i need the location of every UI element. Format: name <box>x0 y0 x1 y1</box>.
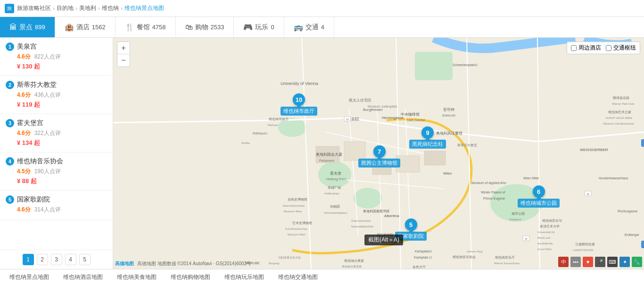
page-btn-1[interactable]: 1 <box>23 254 34 265</box>
breadcrumb-dest[interactable]: 目的地 <box>57 4 74 12</box>
poi-list: 1 美泉宫 4.6分 822人点评 ¥ 130 起 2 斯蒂芬大教堂 4.6分 … <box>0 38 113 250</box>
toolbar-icon-7[interactable]: 🔧 <box>632 257 642 267</box>
svg-text:中央咖啡馆: 中央咖啡馆 <box>401 112 420 117</box>
svg-text:奥地利国家图书馆: 奥地利国家图书馆 <box>363 210 389 213</box>
svg-text:Kunst Wien: Kunst Wien <box>537 248 552 251</box>
pin-bubble-9: 9 <box>421 126 434 139</box>
legend-hotel-checkbox[interactable] <box>571 45 577 51</box>
svg-text:Wiener Konzerthaus: Wiener Konzerthaus <box>494 262 520 265</box>
legend-transport-label: 交通枢纽 <box>613 44 636 52</box>
svg-text:Museum Wien: Museum Wien <box>288 233 305 236</box>
toolbar-icon-5[interactable]: ⌨ <box>607 257 618 267</box>
toolbar-icon-3[interactable]: ♥ <box>583 257 593 267</box>
svg-text:KarlsplatzU: KarlsplatzU <box>415 250 432 253</box>
svg-text:艺术史博物馆: 艺术史博物馆 <box>292 221 312 225</box>
footer-link-transport[interactable]: 维也纳交通地图 <box>278 273 318 281</box>
footer-link-hotels[interactable]: 维也纳酒店地图 <box>63 273 103 281</box>
page-btn-5[interactable]: 5 <box>79 254 91 265</box>
svg-text:城市公园: 城市公园 <box>511 212 525 215</box>
legend-transport-checkbox[interactable] <box>606 45 611 51</box>
poi-reviews-2: 436人点评 <box>34 91 61 99</box>
svg-text:Musik und: Musik und <box>537 236 550 239</box>
footer: 维也纳景点地图 维也纳酒店地图 维也纳美食地图 维也纳购物地图 维也纳玩乐地图 … <box>0 269 644 285</box>
svg-text:Museum of Applied Arts: Museum of Applied Arts <box>471 181 506 185</box>
map-pin-6[interactable]: 6 维也纳城市公园 <box>518 185 560 208</box>
restaurants-icon: 🍴 <box>125 23 134 32</box>
breadcrumb-country[interactable]: 美地利 <box>79 4 96 12</box>
breadcrumb-home[interactable]: 旅游攻略社区 <box>17 4 51 12</box>
svg-text:U: U <box>587 193 589 195</box>
tab-restaurants[interactable]: 🍴 餐馆 4758 <box>116 17 176 37</box>
tab-attractions[interactable]: 🏛 景点 899 <box>0 17 55 37</box>
svg-rect-98 <box>641 139 644 147</box>
poi-item-1[interactable]: 1 美泉宫 4.6分 822人点评 ¥ 130 起 <box>0 38 113 76</box>
map-pin-9[interactable]: 9 黑死病纪念柱 <box>409 126 446 149</box>
footer-link-shopping[interactable]: 维也纳购物地图 <box>171 273 210 281</box>
tab-shopping[interactable]: 🛍 购物 2533 <box>176 17 234 37</box>
svg-text:奥地利国会大厦: 奥地利国会大厦 <box>316 152 342 157</box>
poi-item-5[interactable]: 5 国家歌剧院 4.6分 314人点评 <box>0 191 113 220</box>
footer-link-attractions[interactable]: 维也纳景点地图 <box>9 273 49 281</box>
svg-text:Hundertwasserhaus: Hundertwasserhaus <box>599 176 628 180</box>
zoom-out-button[interactable]: − <box>117 54 130 67</box>
toolbar-icon-2[interactable]: ••• <box>570 257 581 267</box>
poi-name-1: 美泉宫 <box>17 42 37 51</box>
tab-attractions-label: 景点 <box>19 23 33 32</box>
poi-rating-1: 4.6分 <box>17 53 31 61</box>
svg-text:Museum Wien: Museum Wien <box>284 210 302 213</box>
zoom-in-button[interactable]: + <box>117 42 130 54</box>
tab-transport[interactable]: 🚌 交通 4 <box>284 17 334 37</box>
header-breadcrumb: 旅 旅游攻略社区 › 目的地 › 美地利 › 维也纳 › 维也纳景点地图 <box>0 0 644 17</box>
svg-rect-100 <box>641 241 644 248</box>
toolbar-icon-1[interactable]: 中 <box>558 257 569 267</box>
tab-hotels[interactable]: 🏨 酒店 1562 <box>55 17 116 37</box>
svg-text:Kärtner Ring: Kärtner Ring <box>467 250 483 253</box>
svg-text:Prince Eugene: Prince Eugene <box>483 197 505 201</box>
breadcrumb-city[interactable]: 维也纳 <box>102 4 119 12</box>
hotels-icon: 🏨 <box>65 23 74 32</box>
svg-text:霍夫堡: 霍夫堡 <box>330 171 341 176</box>
svg-text:Österreichische: Österreichische <box>351 219 371 222</box>
svg-rect-24 <box>424 151 446 165</box>
tabbar: 🏛 景点 899 🏨 酒店 1562 🍴 餐馆 4758 🛍 购物 2533 🎮… <box>0 17 644 38</box>
page-btn-2[interactable]: 2 <box>37 254 48 265</box>
footer-link-fun[interactable]: 维也纳玩乐地图 <box>224 273 264 281</box>
tab-restaurants-count: 4758 <box>152 24 166 31</box>
breadcrumb-sep-2: › <box>75 5 77 12</box>
svg-text:U: U <box>525 237 527 240</box>
svg-text:动物园: 动物园 <box>330 205 340 208</box>
map-pin-7[interactable]: 7 茜茜公主博物馆 <box>358 145 400 168</box>
svg-text:Universität für: Universität für <box>537 231 555 234</box>
svg-text:Museum Hundertwasser: Museum Hundertwasser <box>603 122 634 125</box>
svg-text:SchwedenplatzU: SchwedenplatzU <box>453 63 478 67</box>
poi-name-4: 维也纳音乐协会 <box>17 157 63 166</box>
page-btn-4[interactable]: 4 <box>65 254 76 265</box>
svg-text:RathausU: RathausU <box>253 132 267 135</box>
poi-price-3: ¥ 134 起 <box>6 139 107 147</box>
poi-item-3[interactable]: 3 霍夫堡宫 4.6分 322人点评 ¥ 134 起 <box>0 114 113 152</box>
poi-num-1: 1 <box>6 42 14 51</box>
map-legend: 周边酒店 交通枢纽 <box>567 42 640 54</box>
svg-text:LANDSTRASSE: LANDSTRASSE <box>573 249 594 251</box>
svg-text:darstellende: darstellende <box>537 242 553 245</box>
map-pin-10[interactable]: 10 维也纳市政厅 <box>281 93 317 116</box>
svg-text:维也纳分离派展: 维也纳分离派展 <box>342 265 362 268</box>
svg-text:Stadtpark: Stadtpark <box>509 218 522 221</box>
svg-text:兰德斯特拉塞: 兰德斯特拉塞 <box>575 243 595 246</box>
page-btn-3[interactable]: 3 <box>51 254 62 265</box>
svg-text:维也纳音乐与: 维也纳音乐与 <box>542 219 562 222</box>
poi-item-4[interactable]: 4 维也纳音乐协会 4.5分 190人点评 ¥ 88 起 <box>0 152 113 191</box>
svg-text:Heldenplatz: Heldenplatz <box>324 192 339 195</box>
footer-link-food[interactable]: 维也纳美食地图 <box>117 273 157 281</box>
svg-text:Rathaus: Rathaus <box>268 124 278 126</box>
tab-shopping-count: 2533 <box>211 24 224 31</box>
toolbar-icon-6[interactable]: ✦ <box>619 257 630 267</box>
tab-fun[interactable]: 🎮 玩乐 0 <box>234 17 284 37</box>
map-area[interactable]: University of Vienna 城堡剧院 Burgtheater He… <box>113 38 644 269</box>
toolbar-icon-4[interactable]: 🎤 <box>595 257 605 267</box>
poi-item-2[interactable]: 2 斯蒂芬大教堂 4.6分 436人点评 ¥ 119 起 <box>0 76 113 114</box>
poi-rating-2: 4.6分 <box>17 91 31 99</box>
svg-text:维也纳音乐协会: 维也纳音乐协会 <box>453 255 476 259</box>
poi-reviews-4: 190人点评 <box>34 168 61 176</box>
logo-icon: 旅 <box>5 4 14 13</box>
